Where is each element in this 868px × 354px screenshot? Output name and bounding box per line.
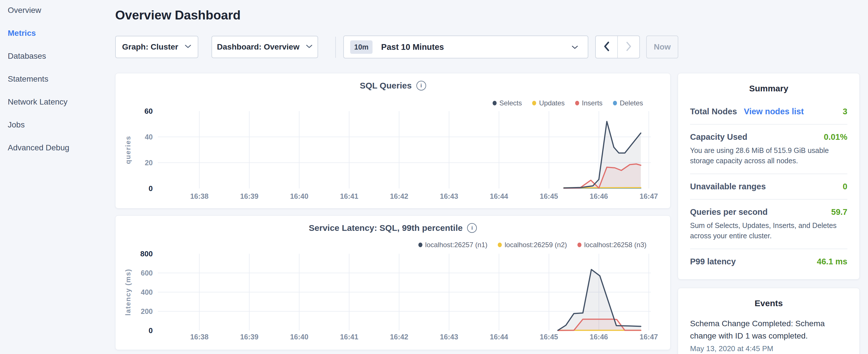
- total-nodes-value: 3: [843, 107, 847, 116]
- svg-text:60: 60: [145, 107, 153, 116]
- sidebar-item-jobs[interactable]: Jobs: [8, 121, 115, 129]
- capacity-used-value: 0.01%: [824, 132, 847, 142]
- time-range-selector[interactable]: 10m Past 10 Minutes: [343, 35, 588, 58]
- time-range-badge: 10m: [350, 40, 373, 54]
- dashboard-label: Dashboard: Overview: [217, 42, 300, 52]
- svg-text:queries: queries: [124, 135, 132, 164]
- svg-text:16:38: 16:38: [190, 333, 209, 341]
- summary-row-queries-per-second: Queries per second 59.7 Sum of Selects, …: [690, 200, 847, 249]
- svg-text:16:47: 16:47: [640, 192, 658, 200]
- event-message[interactable]: Schema Change Completed: Schema change w…: [690, 317, 847, 342]
- capacity-used-description: You are using 28.6 MiB of 515.9 GiB usab…: [690, 145, 847, 166]
- p99-latency-value: 46.1 ms: [817, 257, 847, 266]
- summary-row-unavailable-ranges: Unavailable ranges 0: [690, 174, 847, 200]
- svg-text:0: 0: [149, 326, 153, 335]
- chevron-down-icon: [306, 44, 313, 50]
- sidebar: Overview Metrics Databases Statements Ne…: [0, 0, 115, 354]
- unavailable-ranges-value: 0: [843, 182, 847, 191]
- queries-per-second-description: Sum of Selects, Updates, Inserts, and De…: [690, 220, 847, 241]
- svg-text:16:47: 16:47: [640, 333, 658, 341]
- chevron-down-icon: [185, 44, 191, 50]
- svg-text:16:46: 16:46: [590, 192, 608, 200]
- sidebar-item-overview[interactable]: Overview: [8, 6, 115, 14]
- svg-text:16:43: 16:43: [440, 192, 458, 200]
- svg-text:16:41: 16:41: [340, 192, 358, 200]
- time-range-label: Past 10 Minutes: [381, 42, 444, 52]
- svg-text:16:44: 16:44: [490, 333, 508, 341]
- sidebar-item-network-latency[interactable]: Network Latency: [8, 98, 115, 106]
- sql-queries-plot[interactable]: 16:3816:3916:4016:4116:4216:4316:4416:45…: [116, 73, 671, 209]
- sql-queries-chart-panel: SQL Queries i Selects Updates Inserts De…: [115, 73, 671, 208]
- svg-text:16:46: 16:46: [590, 333, 608, 341]
- svg-text:16:39: 16:39: [240, 192, 258, 200]
- sidebar-item-statements[interactable]: Statements: [8, 75, 115, 83]
- svg-text:latency (ms): latency (ms): [124, 269, 132, 316]
- svg-text:16:39: 16:39: [240, 333, 258, 341]
- time-step-forward-button[interactable]: [618, 36, 639, 58]
- svg-text:400: 400: [141, 288, 153, 296]
- events-title: Events: [678, 298, 859, 308]
- sidebar-item-databases[interactable]: Databases: [8, 52, 115, 60]
- now-button[interactable]: Now: [646, 35, 678, 58]
- db-console-metrics-page: Overview Metrics Databases Statements Ne…: [0, 0, 868, 354]
- dashboard-dropdown[interactable]: Dashboard: Overview: [212, 36, 318, 58]
- chevron-right-icon: [626, 41, 631, 53]
- time-step-back-button[interactable]: [596, 36, 618, 58]
- svg-text:16:43: 16:43: [440, 333, 458, 341]
- svg-text:16:45: 16:45: [540, 333, 558, 341]
- service-latency-chart-panel: Service Latency: SQL, 99th percentile i …: [115, 215, 671, 350]
- svg-text:600: 600: [141, 269, 153, 277]
- svg-text:16:42: 16:42: [390, 333, 408, 341]
- svg-text:16:42: 16:42: [390, 192, 408, 200]
- time-step-buttons: [595, 35, 640, 58]
- svg-text:16:44: 16:44: [490, 192, 508, 200]
- svg-text:16:40: 16:40: [290, 333, 308, 341]
- graph-scope-label: Graph: Cluster: [122, 42, 178, 52]
- sidebar-item-metrics[interactable]: Metrics: [8, 29, 115, 37]
- chevron-down-icon: [572, 45, 578, 51]
- view-nodes-list-link[interactable]: View nodes list: [744, 107, 804, 116]
- summary-row-p99-latency: P99 latency 46.1 ms: [690, 249, 847, 274]
- svg-text:16:41: 16:41: [340, 333, 358, 341]
- graph-scope-dropdown[interactable]: Graph: Cluster: [115, 36, 198, 58]
- events-panel: Events Schema Change Completed: Schema c…: [678, 288, 860, 354]
- service-latency-plot[interactable]: 16:3816:3916:4016:4116:4216:4316:4416:45…: [116, 216, 671, 350]
- svg-text:40: 40: [145, 133, 153, 141]
- svg-text:16:45: 16:45: [540, 192, 558, 200]
- page-title: Overview Dashboard: [115, 8, 241, 22]
- summary-title: Summary: [678, 84, 859, 93]
- svg-text:16:40: 16:40: [290, 192, 308, 200]
- summary-row-capacity-used: Capacity Used 0.01% You are using 28.6 M…: [690, 125, 847, 174]
- toolbar-divider: [335, 37, 336, 58]
- svg-text:20: 20: [145, 159, 153, 167]
- chevron-left-icon: [604, 41, 610, 53]
- sidebar-item-advanced-debug[interactable]: Advanced Debug: [8, 144, 115, 152]
- svg-text:800: 800: [141, 250, 153, 258]
- summary-row-total-nodes: Total Nodes View nodes list 3: [690, 99, 847, 125]
- svg-text:200: 200: [141, 307, 153, 315]
- svg-text:16:38: 16:38: [190, 192, 209, 200]
- event-timestamp: May 13, 2020 at 4:45 PM: [690, 344, 847, 353]
- svg-text:0: 0: [149, 184, 153, 193]
- summary-panel: Summary Total Nodes View nodes list 3 Ca…: [678, 73, 860, 280]
- queries-per-second-value: 59.7: [831, 207, 847, 217]
